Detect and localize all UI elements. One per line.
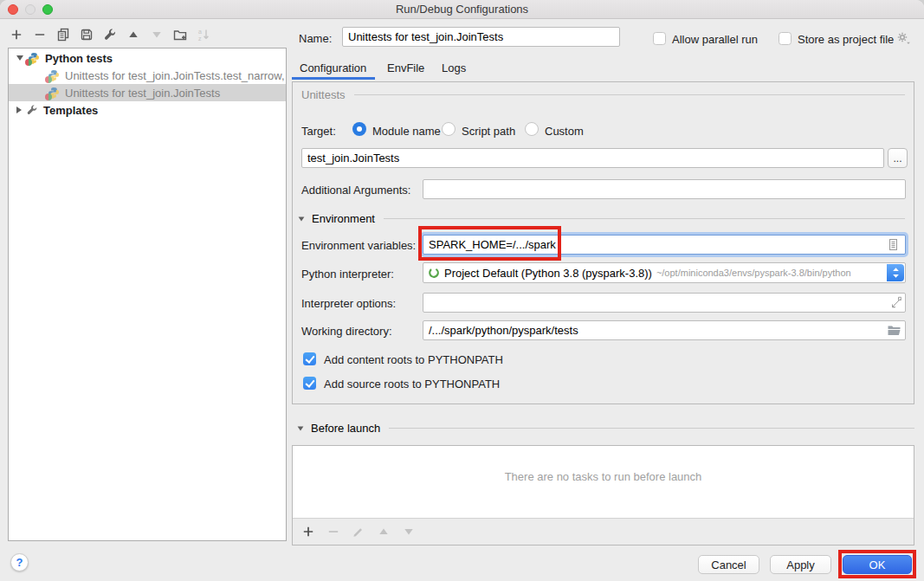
collapse-triangle-icon[interactable] bbox=[298, 426, 304, 430]
target-custom-radio[interactable] bbox=[525, 122, 539, 136]
tree-item-test-narrow[interactable]: Unittests for test_join.JoinTests.test_n… bbox=[9, 67, 286, 84]
active-tab-underline bbox=[292, 77, 375, 80]
collapse-triangle-icon[interactable] bbox=[299, 216, 305, 221]
additional-arguments-input[interactable] bbox=[423, 179, 906, 199]
rerun-test-overlay-icon bbox=[25, 59, 32, 66]
environment-section-header[interactable]: Environment bbox=[298, 212, 905, 225]
interpreter-icon bbox=[428, 267, 440, 279]
chevron-right-icon[interactable] bbox=[16, 107, 22, 113]
window-title: Run/Debug Configurations bbox=[0, 3, 924, 16]
spinner-icon[interactable] bbox=[887, 264, 904, 281]
target-script-path-label: Script path bbox=[462, 125, 515, 138]
working-directory-label: Working directory: bbox=[301, 325, 392, 338]
unittests-section-header: Unittests bbox=[301, 88, 905, 101]
rerun-test-overlay-icon bbox=[45, 94, 52, 100]
add-content-roots-label: Add content roots to PYTHONPATH bbox=[324, 353, 503, 366]
configuration-panel: Unittests Target: Module name Script pat… bbox=[292, 81, 914, 404]
configurations-toolbar: az bbox=[10, 25, 210, 44]
move-down-icon bbox=[402, 525, 416, 539]
tree-item-label: Unittests for test_join.JoinTests.test_n… bbox=[65, 69, 285, 82]
allow-parallel-run-checkbox[interactable] bbox=[653, 32, 666, 45]
apply-button[interactable]: Apply bbox=[770, 555, 831, 574]
target-module-name-label: Module name bbox=[372, 125, 441, 138]
name-input[interactable] bbox=[342, 27, 620, 47]
target-label: Target: bbox=[301, 125, 336, 138]
target-script-path-radio[interactable] bbox=[442, 122, 456, 136]
configurations-tree: Python tests Unittests for test_join.Joi… bbox=[8, 48, 287, 541]
tree-item-python-tests[interactable]: Python tests bbox=[9, 49, 286, 67]
chevron-down-icon[interactable] bbox=[16, 55, 23, 61]
name-label: Name: bbox=[299, 32, 332, 45]
save-icon[interactable] bbox=[80, 28, 94, 42]
add-icon[interactable] bbox=[10, 28, 23, 42]
move-up-icon bbox=[377, 525, 391, 539]
tab-configuration[interactable]: Configuration bbox=[300, 61, 366, 74]
python-interpreter-label: Python interpreter: bbox=[301, 268, 394, 281]
before-launch-tasks-panel: There are no tasks to run before launch bbox=[292, 445, 914, 545]
environment-variables-input[interactable] bbox=[423, 235, 906, 255]
tab-logs[interactable]: Logs bbox=[442, 61, 466, 74]
tree-item-label: Templates bbox=[43, 104, 98, 117]
add-content-roots-checkbox[interactable] bbox=[303, 352, 316, 365]
unittests-section-label: Unittests bbox=[301, 88, 346, 101]
sort-icon: az bbox=[197, 28, 210, 42]
working-directory-input[interactable] bbox=[423, 320, 906, 340]
add-icon[interactable] bbox=[301, 525, 315, 539]
svg-text:a: a bbox=[198, 29, 202, 35]
tree-item-templates[interactable]: Templates bbox=[9, 101, 286, 119]
store-as-project-file-label: Store as project file bbox=[798, 33, 894, 46]
additional-arguments-label: Additional Arguments: bbox=[301, 184, 410, 197]
python-test-icon bbox=[48, 87, 60, 99]
gear-icon[interactable] bbox=[896, 31, 911, 49]
target-module-name-radio[interactable] bbox=[352, 122, 366, 136]
python-interpreter-value: Project Default (Python 3.8 (pyspark-3.8… bbox=[444, 267, 652, 280]
copy-icon[interactable] bbox=[56, 28, 70, 42]
before-launch-section-label: Before launch bbox=[311, 422, 380, 435]
edit-templates-icon[interactable] bbox=[103, 28, 117, 42]
python-interpreter-select[interactable]: Project Default (Python 3.8 (pyspark-3.8… bbox=[423, 262, 906, 283]
module-name-input[interactable] bbox=[301, 148, 884, 168]
interpreter-options-label: Interpreter options: bbox=[301, 297, 396, 310]
allow-parallel-run-label: Allow parallel run bbox=[672, 33, 758, 46]
target-custom-label: Custom bbox=[545, 125, 584, 138]
tree-item-label: Python tests bbox=[45, 52, 113, 65]
tab-envfile[interactable]: EnvFile bbox=[387, 61, 424, 74]
tree-item-label: Unittests for test_join.JoinTests bbox=[65, 87, 220, 100]
ok-button[interactable]: OK bbox=[843, 555, 912, 574]
new-folder-icon[interactable] bbox=[173, 28, 187, 42]
help-button[interactable]: ? bbox=[10, 553, 29, 571]
remove-icon bbox=[326, 525, 340, 539]
move-down-icon bbox=[150, 28, 164, 42]
store-as-project-file-checkbox[interactable] bbox=[779, 32, 792, 45]
browse-button[interactable]: ... bbox=[888, 148, 908, 168]
help-icon: ? bbox=[16, 556, 23, 569]
tasks-toolbar bbox=[293, 518, 914, 545]
environment-variables-label: Environment variables: bbox=[301, 239, 416, 252]
move-up-icon[interactable] bbox=[126, 28, 140, 42]
add-source-roots-label: Add source roots to PYTHONPATH bbox=[324, 378, 500, 391]
titlebar: Run/Debug Configurations bbox=[0, 0, 924, 19]
remove-icon[interactable] bbox=[33, 28, 47, 42]
svg-text:z: z bbox=[198, 36, 202, 42]
python-test-icon bbox=[48, 69, 60, 81]
wrench-icon bbox=[26, 104, 38, 116]
no-tasks-message: There are no tasks to run before launch bbox=[293, 470, 914, 483]
run-debug-configurations-dialog: Run/Debug Configurations az Python tests bbox=[0, 0, 924, 581]
python-test-icon bbox=[28, 52, 40, 64]
tree-item-jointests-selected[interactable]: Unittests for test_join.JoinTests bbox=[9, 84, 286, 101]
cancel-button[interactable]: Cancel bbox=[698, 555, 759, 574]
interpreter-options-input[interactable] bbox=[423, 293, 906, 313]
rerun-test-overlay-icon bbox=[45, 76, 52, 83]
python-interpreter-path: ~/opt/miniconda3/envs/pyspark-3.8/bin/py… bbox=[656, 268, 851, 278]
before-launch-section-header[interactable]: Before launch bbox=[297, 422, 914, 435]
environment-section-label: Environment bbox=[312, 212, 375, 225]
add-source-roots-checkbox[interactable] bbox=[303, 377, 316, 390]
edit-icon bbox=[352, 525, 365, 539]
